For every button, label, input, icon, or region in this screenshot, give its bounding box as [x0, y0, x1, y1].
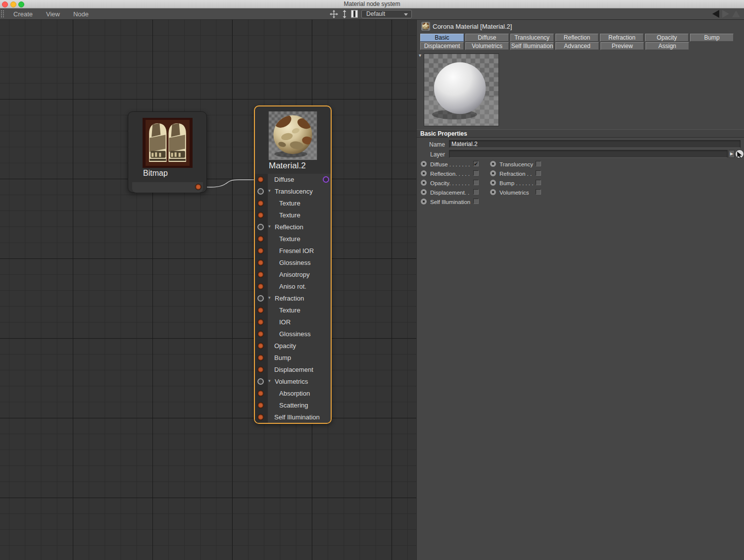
port-row-anisotropy[interactable]: Anisotropy — [255, 269, 331, 281]
channel-checkbox[interactable] — [536, 180, 541, 185]
channel-checkbox[interactable] — [473, 170, 479, 176]
disclosure-triangle-icon[interactable]: ▾ — [268, 188, 271, 193]
tab-assign[interactable]: Assign — [645, 42, 689, 50]
panel-layout-icon[interactable] — [351, 10, 358, 18]
channel-checkbox[interactable] — [473, 189, 479, 195]
port-row-refraction[interactable]: ▾ Refraction — [255, 293, 331, 305]
input-port-icon[interactable] — [257, 224, 264, 230]
input-port-icon[interactable] — [257, 212, 264, 218]
input-port-icon[interactable] — [257, 366, 264, 373]
channel-keyframe-circle-icon[interactable] — [421, 180, 427, 186]
menu-view[interactable]: View — [46, 10, 60, 18]
tab-refraction[interactable]: Refraction — [600, 34, 644, 42]
preset-dropdown[interactable]: Default — [361, 10, 412, 18]
port-row-displacement[interactable]: Displacement — [255, 364, 331, 376]
port-row-fresnel-ior[interactable]: Fresnel IOR — [255, 245, 331, 257]
tab-volumetrics[interactable]: Volumetrics — [465, 42, 509, 50]
disclosure-triangle-icon[interactable]: ▾ — [268, 224, 271, 229]
name-label: Name — [417, 141, 445, 148]
input-port-icon[interactable] — [257, 283, 264, 290]
port-row-glossiness[interactable]: Glossiness — [255, 328, 331, 340]
channel-keyframe-circle-icon[interactable] — [421, 170, 427, 176]
tab-advanced[interactable]: Advanced — [555, 42, 599, 50]
port-row-bump[interactable]: Bump — [255, 352, 331, 364]
port-row-aniso-rot[interactable]: Aniso rot. — [255, 281, 331, 293]
input-port-icon[interactable] — [257, 319, 264, 325]
port-row-glossiness[interactable]: Glossiness — [255, 257, 331, 269]
tab-basic[interactable]: Basic — [420, 34, 464, 42]
channel-keyframe-circle-icon[interactable] — [490, 161, 496, 167]
disclosure-triangle-icon[interactable]: ▾ — [268, 295, 271, 300]
tab-diffuse[interactable]: Diffuse — [465, 34, 509, 42]
port-row-absorption[interactable]: Absorption — [255, 388, 331, 400]
tab-preview[interactable]: Preview — [600, 42, 644, 50]
tab-displacement[interactable]: Displacement — [420, 42, 464, 50]
pan-view-icon[interactable] — [330, 10, 338, 18]
port-row-opacity[interactable]: Opacity — [255, 340, 331, 352]
port-row-scattering[interactable]: Scattering — [255, 400, 331, 411]
layer-menu-button[interactable]: ▶ — [729, 150, 735, 158]
tab-reflection[interactable]: Reflection — [555, 34, 599, 42]
input-port-icon[interactable] — [257, 414, 264, 420]
port-row-texture[interactable]: Texture — [255, 305, 331, 316]
channel-checkbox[interactable] — [536, 161, 541, 166]
name-input[interactable] — [449, 140, 741, 148]
channel-checkbox[interactable] — [536, 170, 541, 176]
output-port-icon[interactable] — [195, 184, 201, 190]
input-port-icon[interactable] — [257, 236, 264, 242]
input-port-icon[interactable] — [257, 248, 264, 254]
preview-disclosure-icon[interactable]: ▾ — [419, 52, 421, 58]
channel-checkbox[interactable] — [473, 180, 479, 185]
menu-create[interactable]: Create — [13, 10, 33, 18]
tab-self-illumination[interactable]: Self Illumination — [510, 42, 554, 50]
input-port-icon[interactable] — [257, 188, 264, 195]
layer-input[interactable] — [449, 150, 728, 158]
forward-icon[interactable] — [722, 10, 729, 18]
input-port-icon[interactable] — [257, 331, 264, 337]
port-row-reflection[interactable]: ▾ Reflection — [255, 221, 331, 233]
output-port-icon[interactable] — [323, 176, 329, 183]
layer-pick-button[interactable] — [735, 150, 744, 158]
channel-keyframe-circle-icon[interactable] — [421, 199, 427, 204]
port-row-ior[interactable]: IOR — [255, 316, 331, 328]
up-icon[interactable] — [732, 10, 740, 17]
input-port-icon[interactable] — [257, 200, 264, 206]
port-row-diffuse[interactable]: Diffuse — [255, 174, 331, 186]
port-row-self-illumination[interactable]: Self Illumination — [255, 411, 331, 423]
channel-keyframe-circle-icon[interactable] — [421, 161, 427, 167]
disclosure-triangle-icon[interactable]: ▾ — [268, 378, 271, 383]
input-port-icon[interactable] — [257, 390, 264, 397]
channel-keyframe-circle-icon[interactable] — [490, 170, 496, 176]
port-row-translucency[interactable]: ▾ Translucency — [255, 186, 331, 198]
port-row-volumetrics[interactable]: ▾ Volumetrics — [255, 376, 331, 388]
input-port-icon[interactable] — [257, 355, 264, 361]
fit-vertical-icon[interactable] — [342, 10, 347, 18]
channel-keyframe-circle-icon[interactable] — [490, 189, 496, 195]
tab-translucency[interactable]: Translucency — [510, 34, 554, 42]
port-row-texture[interactable]: Texture — [255, 233, 331, 245]
tab-opacity[interactable]: Opacity — [645, 34, 689, 42]
channel-keyframe-circle-icon[interactable] — [490, 180, 496, 186]
node-canvas[interactable]: Bitmap Material.2 Diffuse ▾ Translucency… — [0, 20, 416, 560]
grip-icon[interactable] — [0, 10, 5, 18]
node-material[interactable]: Material.2 Diffuse ▾ Translucency Textur… — [254, 105, 332, 424]
port-row-texture[interactable]: Texture — [255, 198, 331, 209]
input-port-icon[interactable] — [257, 259, 264, 266]
input-port-icon[interactable] — [257, 271, 264, 278]
input-port-icon[interactable] — [257, 176, 264, 183]
input-port-icon[interactable] — [257, 402, 264, 408]
channel-checkbox[interactable] — [473, 199, 479, 204]
input-port-icon[interactable] — [257, 307, 264, 313]
back-icon[interactable] — [712, 10, 719, 18]
channel-checkbox[interactable]: ✔ — [473, 161, 479, 166]
channel-keyframe-circle-icon[interactable] — [421, 189, 427, 195]
node-bitmap[interactable]: Bitmap — [128, 111, 207, 193]
material-preview[interactable] — [424, 53, 499, 126]
channel-checkbox[interactable] — [536, 189, 541, 195]
menu-node[interactable]: Node — [73, 10, 89, 18]
input-port-icon[interactable] — [257, 343, 264, 349]
port-row-texture[interactable]: Texture — [255, 209, 331, 221]
input-port-icon[interactable] — [257, 295, 264, 302]
input-port-icon[interactable] — [257, 378, 264, 385]
tab-bump[interactable]: Bump — [690, 34, 734, 42]
